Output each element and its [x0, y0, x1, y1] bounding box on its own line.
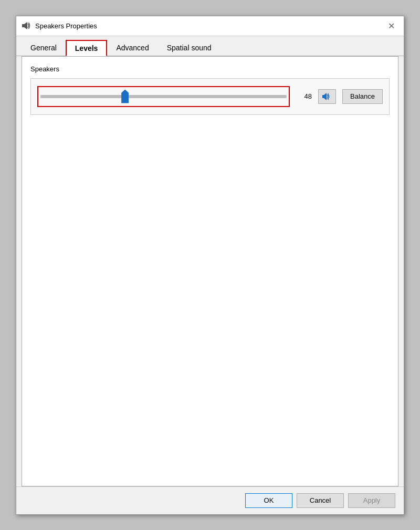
tabs-container: General Levels Advanced Spatial sound — [16, 36, 404, 56]
svg-rect-2 — [322, 95, 324, 98]
speakers-section-label: Speakers — [30, 65, 390, 73]
balance-button[interactable]: Balance — [342, 89, 383, 104]
speaker-volume-icon — [322, 92, 332, 101]
slider-fill — [40, 95, 127, 98]
svg-marker-3 — [324, 93, 327, 100]
apply-button[interactable]: Apply — [348, 493, 395, 508]
svg-rect-0 — [22, 24, 24, 27]
speakers-row: 48 Balance — [30, 78, 390, 115]
volume-slider-container — [37, 86, 290, 107]
footer: OK Cancel Apply — [16, 486, 404, 514]
title-bar-left: Speakers Properties — [22, 21, 97, 30]
ok-button[interactable]: OK — [245, 493, 292, 508]
speakers-properties-dialog: Speakers Properties ✕ General Levels Adv… — [16, 16, 404, 515]
close-button[interactable]: ✕ — [384, 18, 398, 33]
tab-general[interactable]: General — [22, 40, 66, 56]
slider-thumb[interactable] — [121, 90, 129, 103]
window-speaker-icon — [22, 21, 31, 30]
window-title: Speakers Properties — [35, 22, 97, 30]
title-bar: Speakers Properties ✕ — [16, 16, 404, 36]
volume-value: 48 — [296, 92, 312, 100]
mute-button[interactable] — [318, 89, 336, 104]
slider-track[interactable] — [40, 95, 287, 98]
tab-advanced[interactable]: Advanced — [107, 40, 158, 56]
tab-levels[interactable]: Levels — [66, 40, 108, 56]
tab-spatial-sound[interactable]: Spatial sound — [158, 40, 220, 56]
svg-marker-1 — [24, 22, 27, 29]
cancel-button[interactable]: Cancel — [297, 493, 344, 508]
content-area: Speakers 48 Balance — [22, 56, 398, 486]
